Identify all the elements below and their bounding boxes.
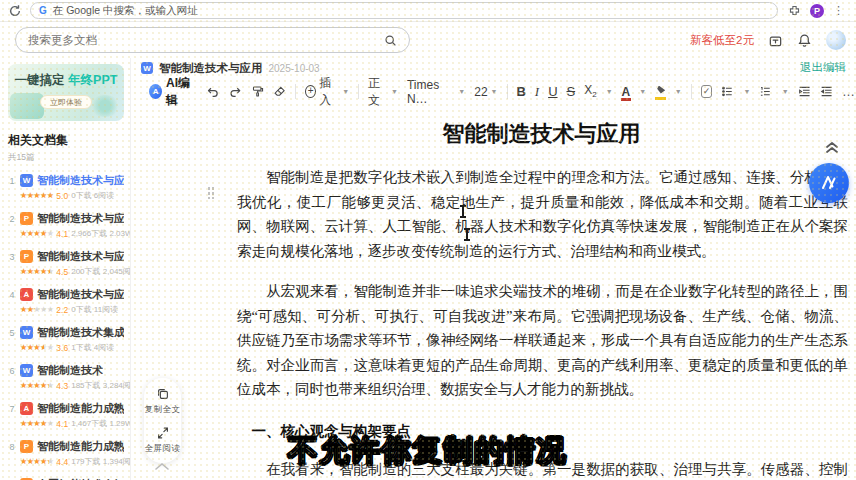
- doc-header: W 智能制造技术与应用 2025-10-03 退出编辑: [131, 58, 856, 78]
- related-docs-title: 相关文档集: [8, 132, 124, 149]
- list-item[interactable]: 8 P 智能制造能力成熟度… ★★★★★★★★★★ 4.4 179下载 1,39…: [8, 439, 124, 468]
- paragraph-style-select[interactable]: 正文 ▼: [368, 75, 398, 109]
- list-item[interactable]: 7 A 智能制造能力成熟度… ★★★★★★★★★★ 4.1 1,467下载 1.…: [8, 401, 124, 430]
- toolbar-divider: [358, 84, 359, 99]
- banner-illustration: [90, 95, 120, 117]
- format-painter-icon[interactable]: [251, 84, 264, 99]
- rating-stars: ★★★★★★★★★★: [20, 192, 53, 200]
- list-item[interactable]: 4 A 智能制造技术与应用 ★★★★★★★★★★ 2.2 0下载 11阅读: [8, 287, 124, 316]
- doc-title-link[interactable]: 智能制造技术与应用: [37, 287, 124, 302]
- paragraph-1[interactable]: 智能制造是把数字化技术嵌入到制造全过程中的理念和方法。它通过感知、连接、分析和自…: [237, 165, 848, 263]
- chevron-down-icon[interactable]: ▼: [782, 88, 789, 95]
- double-chevron-up-icon[interactable]: [824, 140, 840, 154]
- chevron-down-icon[interactable]: ▼: [639, 88, 646, 95]
- fullscreen-read-button[interactable]: 全屏阅读: [145, 426, 181, 455]
- doc-content-title[interactable]: 智能制造技术与应用: [237, 119, 846, 149]
- font-family-select[interactable]: Times N… ▼: [407, 78, 465, 106]
- paragraph-2[interactable]: 从宏观来看，智能制造并非一味追求尖端技术的堆砌，而是在企业数字化转型的路径上，围…: [237, 279, 848, 402]
- doc-meta: 2,966下载 2.03W阅读: [71, 228, 131, 239]
- file-type-icon: A: [20, 402, 33, 415]
- doc-title-link[interactable]: 智能制造技术与应用: [37, 211, 124, 226]
- indent-increase-icon[interactable]: [820, 84, 833, 99]
- search-icon[interactable]: [384, 34, 397, 47]
- address-bar[interactable]: G 在 Google 中搜索，或输入网址: [30, 2, 778, 19]
- item-rank: 1: [8, 176, 16, 186]
- list-item[interactable]: 6 W 智能制造技术 ★★★★★★★★★★ 4.3 185下载 3,284阅读: [8, 363, 124, 392]
- promo-text[interactable]: 新客低至2元: [690, 33, 754, 48]
- bell-icon[interactable]: [797, 33, 812, 48]
- rating-value: 4.5: [56, 267, 68, 277]
- exit-edit-button[interactable]: 退出编辑: [800, 60, 846, 75]
- list-item[interactable]: 2 P 智能制造技术与应用 ★★★★★★★★★★ 4.1 2,966下载 2.0…: [8, 211, 124, 240]
- more-tools-button[interactable]: …: [842, 84, 856, 99]
- list-item[interactable]: 5 W 智能制造技术集成与… ★★★★★★★★★★ 3.6 1下载 4阅读: [8, 325, 124, 354]
- copy-icon: [156, 387, 170, 401]
- search-input[interactable]: [28, 34, 384, 46]
- collapse-chevron-icon[interactable]: [153, 460, 171, 472]
- numbered-list-icon[interactable]: [759, 84, 772, 99]
- chevron-down-icon[interactable]: ▼: [606, 88, 613, 95]
- chevron-down-icon: ▼: [391, 88, 398, 95]
- ppt-promo-banner[interactable]: 一键搞定 年终PPT 立即体验: [8, 64, 124, 121]
- doc-title-link[interactable]: 智能制造技术集成与…: [37, 325, 124, 340]
- doc-title-link[interactable]: 智能制造技术: [37, 363, 103, 378]
- file-type-icon: P: [20, 212, 33, 225]
- banner-title: 一键搞定 年终PPT: [8, 72, 124, 89]
- chevron-down-icon[interactable]: ▼: [743, 88, 750, 95]
- doc-title-link[interactable]: 智能制造技术与应用: [37, 173, 124, 188]
- list-item[interactable]: 1 W 智能制造技术与应用 ★★★★★★★★★★ 5.0 0下载 6阅读: [8, 173, 124, 202]
- indent-decrease-icon[interactable]: [798, 84, 811, 99]
- doc-meta: 1下载 4阅读: [71, 342, 114, 353]
- list-item[interactable]: 3 P 智能制造技术与应用 ★★★★★★★★★★ 4.5 200下载 2,045…: [8, 249, 124, 278]
- toolbar-divider: [507, 84, 508, 99]
- address-bar-text[interactable]: 在 Google 中搜索，或输入网址: [53, 4, 198, 18]
- strikethrough-button[interactable]: S: [567, 84, 576, 99]
- item-rank: 5: [8, 328, 16, 338]
- eraser-icon[interactable]: [273, 84, 286, 99]
- paragraph-drag-handle-icon[interactable]: [207, 186, 215, 199]
- browser-bar: G 在 Google 中搜索，或输入网址 P ⋮: [0, 0, 856, 22]
- ai-assistant-button[interactable]: [809, 163, 849, 203]
- google-icon: G: [39, 6, 47, 16]
- doc-title-link[interactable]: 智能制造能力成熟度…: [37, 439, 124, 454]
- bold-button[interactable]: B: [516, 84, 525, 99]
- copy-fulltext-button[interactable]: 复制全文: [145, 387, 181, 416]
- insert-button[interactable]: + 插入 ▼: [305, 75, 349, 109]
- toolbar-divider: [691, 84, 692, 99]
- browser-menu-icon[interactable]: ⋮: [833, 4, 844, 17]
- ibeam-pointer-icon: [462, 228, 472, 241]
- doc-search-bar[interactable]: [15, 27, 410, 53]
- gift-box-icon[interactable]: [768, 33, 783, 48]
- related-docs-count: 共15篇: [8, 152, 124, 164]
- chevron-down-icon[interactable]: ▼: [675, 88, 682, 95]
- refresh-icon[interactable]: [8, 4, 22, 18]
- doc-meta: 200下载 2,045阅读: [71, 266, 131, 277]
- subscript-button[interactable]: X2: [584, 83, 596, 99]
- word-doc-icon: W: [141, 62, 153, 74]
- extensions-icon[interactable]: [788, 4, 801, 17]
- redo-icon[interactable]: [229, 84, 242, 99]
- underline-button[interactable]: U: [548, 84, 557, 99]
- user-avatar[interactable]: [826, 30, 846, 50]
- undo-icon[interactable]: [206, 84, 219, 99]
- italic-button[interactable]: I: [535, 84, 539, 100]
- rating-stars: ★★★★★★★★★★: [20, 344, 53, 352]
- banner-cta-button[interactable]: 立即体验: [40, 95, 92, 109]
- font-size-select[interactable]: 22 ▼: [474, 85, 497, 99]
- sidebar: 一键搞定 年终PPT 立即体验 相关文档集 共15篇 1 W 智能制造技术与应用…: [0, 58, 131, 480]
- doc-title-link[interactable]: 智能制造能力成熟度…: [37, 401, 124, 416]
- doc-title-link[interactable]: 智能制造技术与应用: [37, 249, 124, 264]
- highlight-color-button[interactable]: [655, 86, 666, 98]
- font-color-button[interactable]: A: [622, 86, 631, 98]
- task-list-button[interactable]: ✓: [701, 85, 713, 98]
- item-rank: 4: [8, 290, 16, 300]
- rating-stars: ★★★★★★★★★★: [20, 306, 53, 314]
- file-type-icon: W: [20, 174, 33, 187]
- doc-canvas[interactable]: 智能制造技术与应用 智能制造是把数字化技术嵌入到制造全过程中的理念和方法。它通过…: [131, 105, 856, 480]
- browser-profile-avatar[interactable]: P: [810, 4, 824, 18]
- item-rank: 7: [8, 404, 16, 414]
- doc-meta: 0下载 11阅读: [71, 304, 118, 315]
- doc-meta: 1,467下载 1.29W阅读: [71, 418, 131, 429]
- bullet-list-icon[interactable]: [721, 84, 734, 99]
- ai-edit-button[interactable]: A AI编辑: [149, 75, 197, 109]
